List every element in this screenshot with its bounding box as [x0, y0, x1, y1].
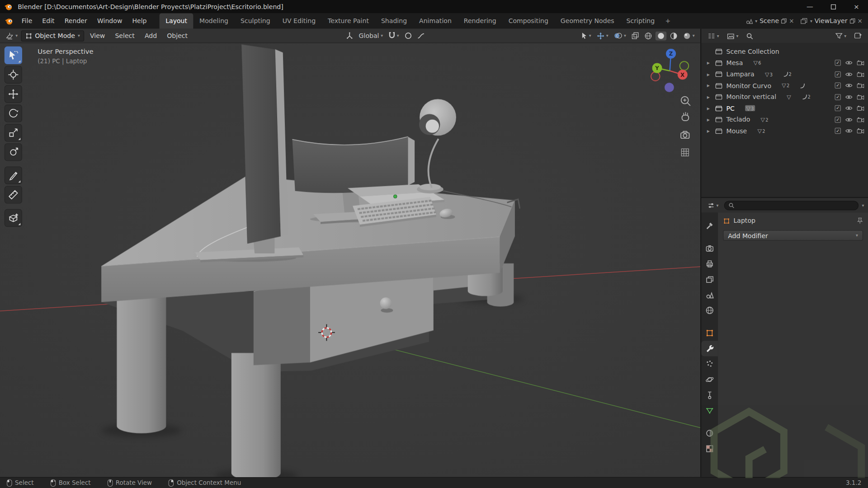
mode-dropdown[interactable]: Object Mode ▾: [21, 30, 85, 41]
collection-name[interactable]: Mouse: [726, 127, 747, 135]
collection-name[interactable]: Teclado: [726, 116, 750, 123]
transform-orientation-dropdown[interactable]: Global ▾: [357, 31, 385, 41]
outliner-search-icon[interactable]: [744, 31, 756, 41]
gizmo-negative-x-sphere[interactable]: [651, 72, 660, 81]
disable-render-camera-icon[interactable]: [857, 128, 864, 133]
close-button[interactable]: ×: [845, 0, 868, 13]
workspace-tab-texture-paint[interactable]: Texture Paint: [322, 13, 375, 28]
menu-viewport-add[interactable]: Add: [140, 31, 161, 41]
expand-arrow-icon[interactable]: ▸: [707, 71, 712, 77]
menu-window[interactable]: Window: [92, 17, 127, 25]
minimize-button[interactable]: —: [798, 0, 821, 13]
workspace-tab-geometry-nodes[interactable]: Geometry Nodes: [554, 13, 620, 28]
menu-edit[interactable]: Edit: [37, 17, 59, 25]
remove-view-layer-icon[interactable]: ×: [857, 18, 862, 25]
workspace-tab-modeling[interactable]: Modeling: [193, 13, 235, 28]
disable-render-camera-icon[interactable]: [857, 61, 864, 66]
tool-transform[interactable]: [5, 143, 22, 161]
workspace-tab-layout[interactable]: Layout: [160, 13, 193, 28]
tab-object[interactable]: [701, 325, 718, 341]
menu-render[interactable]: Render: [60, 17, 92, 25]
outliner-row-monitor-curvo[interactable]: ▸ Monitor Curvo ▽2 ✓: [701, 80, 868, 91]
tool-measure[interactable]: [5, 186, 22, 203]
scene-selector[interactable]: ▾ Scene ×: [742, 17, 797, 25]
workspace-tab-sculpting[interactable]: Sculpting: [235, 13, 277, 28]
tab-particles[interactable]: [701, 357, 718, 372]
tool-annotate[interactable]: [5, 167, 22, 184]
tool-cursor[interactable]: [5, 66, 22, 84]
outliner-display-mode-dropdown[interactable]: ▾: [705, 31, 722, 41]
hide-eye-icon[interactable]: [845, 61, 853, 66]
tab-material[interactable]: [701, 426, 718, 441]
new-collection-button[interactable]: [852, 32, 864, 41]
scene-render[interactable]: Z Y X: [0, 43, 700, 477]
view-layer-selector[interactable]: ▾ ViewLayer ×: [797, 17, 866, 25]
tool-scale[interactable]: [5, 124, 22, 141]
exclude-checkbox[interactable]: ✓: [835, 128, 841, 134]
tool-tweak-select[interactable]: [5, 47, 22, 64]
shading-material-button[interactable]: [668, 31, 680, 41]
tab-world[interactable]: [701, 303, 718, 318]
shading-rendered-button[interactable]: ▾: [681, 31, 697, 41]
collection-name[interactable]: Monitor vertical: [726, 93, 777, 101]
proportional-falloff-icon[interactable]: [415, 31, 427, 40]
tab-tool[interactable]: [701, 218, 718, 233]
tab-output[interactable]: [701, 256, 718, 272]
shading-solid-button[interactable]: [656, 31, 666, 40]
menu-viewport-view[interactable]: View: [85, 31, 109, 41]
hide-eye-icon[interactable]: [845, 94, 853, 99]
properties-search-input[interactable]: [724, 201, 859, 210]
hide-eye-icon[interactable]: [845, 128, 853, 133]
exclude-checkbox[interactable]: ✓: [835, 71, 841, 77]
outliner-row-mouse[interactable]: ▸ Mouse ▽2 ✓: [701, 125, 868, 136]
hide-eye-icon[interactable]: [845, 117, 853, 122]
workspace-tab-animation[interactable]: Animation: [413, 13, 458, 28]
transform-pivot-icon[interactable]: [344, 31, 356, 41]
gizmo-negative-y-sphere[interactable]: [680, 61, 689, 70]
active-object-name[interactable]: Laptop: [733, 217, 755, 225]
show-overlays-toggle[interactable]: ▾: [612, 31, 628, 41]
add-modifier-dropdown[interactable]: Add Modifier ▾: [723, 230, 863, 240]
editor-type-dropdown[interactable]: ▾: [3, 31, 20, 41]
outliner-row-teclado[interactable]: ▸ Teclado ▽2 ✓: [701, 114, 868, 125]
shading-wireframe-button[interactable]: [642, 31, 654, 41]
workspace-tab-shading[interactable]: Shading: [375, 13, 413, 28]
tool-move[interactable]: [5, 85, 22, 103]
new-scene-copy-icon[interactable]: [781, 18, 787, 23]
tab-object-data[interactable]: [701, 403, 718, 418]
outliner-filter-id-dropdown[interactable]: ▾: [725, 31, 741, 41]
workspace-tab-uv-editing[interactable]: UV Editing: [276, 13, 321, 28]
new-view-layer-copy-icon[interactable]: [849, 18, 855, 23]
collection-name[interactable]: Scene Collection: [726, 48, 779, 56]
disable-render-camera-icon[interactable]: [857, 94, 864, 99]
outliner-row-lampara[interactable]: ▸ Lampara ▽3 2 ✓: [701, 69, 868, 80]
tab-modifiers-active[interactable]: [701, 341, 718, 356]
collection-name[interactable]: PC: [726, 104, 735, 112]
exclude-checkbox[interactable]: ✓: [835, 94, 841, 100]
pin-icon[interactable]: [857, 217, 863, 224]
expand-arrow-icon[interactable]: ▸: [707, 83, 712, 89]
menu-viewport-select[interactable]: Select: [111, 31, 139, 41]
tab-scene[interactable]: [701, 287, 718, 303]
exclude-checkbox[interactable]: ✓: [835, 105, 841, 111]
outliner-filter-dropdown[interactable]: ▾: [833, 32, 849, 41]
collection-name[interactable]: Lampara: [726, 70, 755, 78]
collection-name[interactable]: Mesa: [726, 59, 743, 67]
disable-render-camera-icon[interactable]: [857, 117, 864, 122]
exclude-checkbox[interactable]: ✓: [835, 117, 841, 122]
outliner-row-scene-collection[interactable]: Scene Collection: [701, 46, 868, 57]
blender-menu-logo-icon[interactable]: [5, 17, 14, 26]
workspace-tab-rendering[interactable]: Rendering: [458, 13, 502, 28]
add-workspace-button[interactable]: +: [661, 13, 675, 28]
snap-magnet-icon[interactable]: ▾: [386, 31, 401, 41]
tab-render[interactable]: [701, 241, 718, 256]
workspace-tab-scripting[interactable]: Scripting: [620, 13, 661, 28]
maximize-button[interactable]: [821, 0, 844, 13]
viewport-canvas[interactable]: Z Y X: [0, 43, 700, 477]
expand-arrow-icon[interactable]: ▸: [707, 128, 712, 134]
expand-arrow-icon[interactable]: ▸: [707, 117, 712, 122]
gizmo-negative-z-sphere[interactable]: [665, 83, 674, 92]
expand-arrow-icon[interactable]: ▸: [707, 105, 712, 111]
exclude-checkbox[interactable]: ✓: [835, 60, 841, 66]
menu-viewport-object[interactable]: Object: [162, 31, 192, 41]
